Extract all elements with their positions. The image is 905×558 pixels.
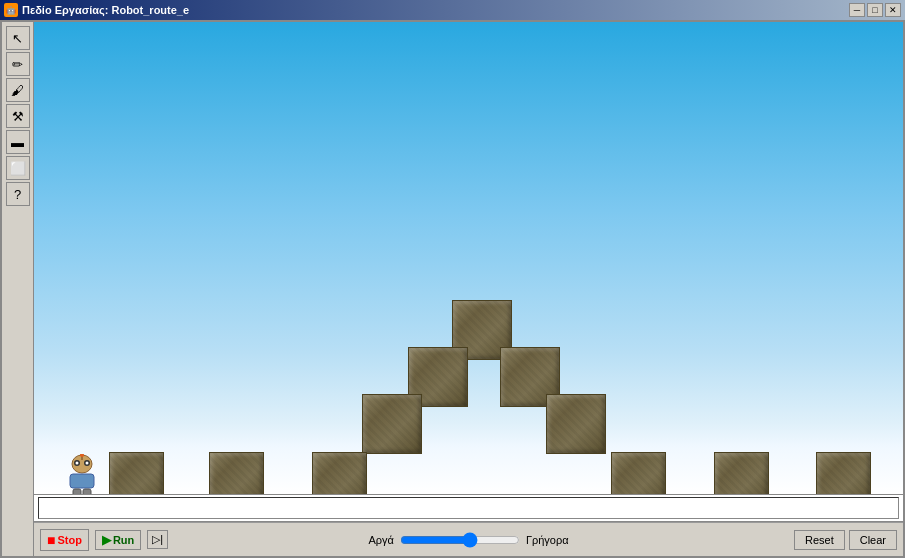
minimize-button[interactable]: ─ (849, 3, 865, 17)
title-bar-title: 🤖 Πεδίο Εργασίας: Robot_route_e (4, 3, 189, 17)
svg-rect-6 (73, 489, 81, 494)
canvas-area[interactable] (34, 22, 903, 494)
brush-tool[interactable]: 🖌 (6, 78, 30, 102)
stop-icon: ■ (47, 532, 55, 548)
clear-button[interactable]: Clear (849, 530, 897, 550)
right-buttons: Reset Clear (794, 530, 897, 550)
svg-point-3 (76, 462, 79, 465)
stop-button[interactable]: ■ Stop (40, 529, 89, 551)
pencil-tool[interactable]: ✏ (6, 52, 30, 76)
window-controls: ─ □ ✕ (849, 3, 901, 17)
run-icon: ▶ (102, 533, 111, 547)
block-floor-4 (611, 452, 666, 494)
toolbar: ↖ ✏ 🖌 ⚒ ▬ ⬜ ? (2, 22, 34, 556)
robot (64, 454, 100, 494)
select-tool[interactable]: ⬜ (6, 156, 30, 180)
block-floor-6 (816, 452, 871, 494)
console-input[interactable] (38, 497, 899, 519)
app-icon: 🤖 (4, 3, 18, 17)
block-floor-3 (312, 452, 367, 494)
eraser-tool[interactable]: ▬ (6, 130, 30, 154)
main-window: ↖ ✏ 🖌 ⚒ ▬ ⬜ ? (0, 20, 905, 558)
block-floor-1 (109, 452, 164, 494)
speed-slider[interactable] (400, 532, 520, 548)
bottom-bar: ■ Stop ▶ Run ▷| Αργά Γρήγορα Reset Clear (34, 522, 903, 556)
console-area (34, 494, 903, 522)
paint-tool[interactable]: ⚒ (6, 104, 30, 128)
robot-body (64, 454, 100, 494)
block-mid-l2 (362, 394, 422, 454)
step-button[interactable]: ▷| (147, 530, 168, 549)
reset-button[interactable]: Reset (794, 530, 845, 550)
step-icon: ▷| (152, 533, 163, 546)
svg-point-4 (86, 462, 89, 465)
svg-rect-7 (83, 489, 91, 494)
block-floor-2 (209, 452, 264, 494)
cursor-tool[interactable]: ↖ (6, 26, 30, 50)
slider-group: Αργά Γρήγορα (368, 532, 568, 548)
block-mid-r2 (546, 394, 606, 454)
slow-label: Αργά (368, 534, 393, 546)
svg-rect-5 (70, 474, 94, 488)
close-button[interactable]: ✕ (885, 3, 901, 17)
title-bar: 🤖 Πεδίο Εργασίας: Robot_route_e ─ □ ✕ (0, 0, 905, 20)
block-floor-5 (714, 452, 769, 494)
help-tool[interactable]: ? (6, 182, 30, 206)
run-button[interactable]: ▶ Run (95, 530, 141, 550)
fast-label: Γρήγορα (526, 534, 569, 546)
right-panel: ■ Stop ▶ Run ▷| Αργά Γρήγορα Reset Clear (34, 22, 903, 556)
maximize-button[interactable]: □ (867, 3, 883, 17)
